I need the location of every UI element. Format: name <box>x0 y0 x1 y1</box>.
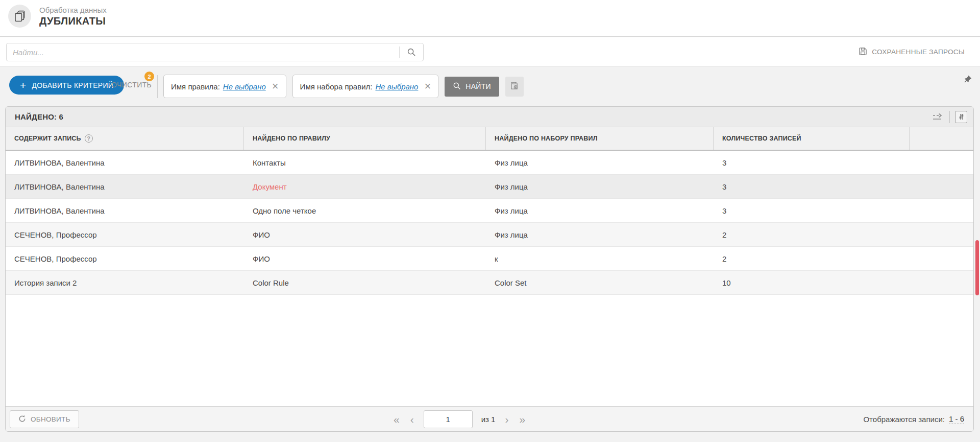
find-button[interactable]: НАЙТИ <box>445 77 499 97</box>
cell-count: 3 <box>714 182 910 191</box>
add-criteria-button[interactable]: + ДОБАВИТЬ КРИТЕРИЙ <box>9 76 124 95</box>
criteria-chip-rule-name[interactable]: Имя правила: Не выбрано × <box>163 75 286 98</box>
search-box <box>6 43 424 61</box>
column-header-label: НАЙДЕНО ПО НАБОРУ ПРАВИЛ <box>495 135 598 142</box>
criteria-chips-row: Имя правила: Не выбрано × Имя набора пра… <box>163 75 524 98</box>
criteria-count-badge: 2 <box>144 72 154 81</box>
refresh-label: ОБНОВИТЬ <box>31 415 70 423</box>
vertical-scrollbar-thumb[interactable] <box>975 240 979 295</box>
chip-label: Имя набора правил: <box>300 82 373 91</box>
table-header-row: СОДЕРЖИТ ЗАПИСЬ ? НАЙДЕНО ПО ПРАВИЛУ НАЙ… <box>6 127 973 151</box>
table-row[interactable]: ЛИТВИНОВА, ВалентинаОдно поле четкоеФиз … <box>6 199 973 223</box>
close-icon[interactable]: × <box>424 81 431 92</box>
page-title: ДУБЛИКАТЫ <box>39 15 106 27</box>
refresh-icon <box>18 415 26 424</box>
showing-range-link[interactable]: 1 - 6 <box>949 414 964 424</box>
showing-label: Отображаются записи: <box>863 415 945 424</box>
saved-queries-label: СОХРАНЕННЫЕ ЗАПРОСЫ <box>872 48 965 56</box>
divider <box>949 111 950 123</box>
cell-record: СЕЧЕНОВ, Профессор <box>6 254 244 263</box>
cell-record: История записи 2 <box>6 278 244 287</box>
plus-icon: + <box>20 80 27 90</box>
filter-criteria-panel: + ДОБАВИТЬ КРИТЕРИЙ ОЧИСТИТЬ 2 Имя прави… <box>0 66 980 106</box>
cell-ruleset: Физ лица <box>486 230 714 239</box>
cell-ruleset: Физ лица <box>486 158 714 167</box>
column-header-rule[interactable]: НАЙДЕНО ПО ПРАВИЛУ <box>244 127 486 150</box>
search-row: СОХРАНЕННЫЕ ЗАПРОСЫ <box>0 37 980 66</box>
refresh-button[interactable]: ОБНОВИТЬ <box>10 410 79 428</box>
column-header-label: НАЙДЕНО ПО ПРАВИЛУ <box>253 135 330 142</box>
cell-count: 2 <box>714 254 910 263</box>
help-icon[interactable]: ? <box>85 134 93 143</box>
cell-ruleset: Физ лица <box>486 206 714 215</box>
cell-count: 10 <box>714 278 910 287</box>
table-row[interactable]: СЕЧЕНОВ, ПрофессорФИОк2 <box>6 247 973 271</box>
cell-ruleset: Физ лица <box>486 182 714 191</box>
add-criteria-label: ДОБАВИТЬ КРИТЕРИЙ <box>32 81 114 89</box>
column-header-record[interactable]: СОДЕРЖИТ ЗАПИСЬ ? <box>6 127 244 150</box>
saved-queries-button[interactable]: СОХРАНЕННЫЕ ЗАПРОСЫ <box>859 37 965 66</box>
find-button-label: НАЙТИ <box>465 82 491 90</box>
table-row[interactable]: СЕЧЕНОВ, ПрофессорФИОФиз лица2 <box>6 223 973 247</box>
results-header-bar: НАЙДЕНО: 6 <box>6 107 973 127</box>
first-page-button[interactable]: « <box>393 414 401 425</box>
breadcrumb-section: Обработка данных <box>39 6 107 14</box>
results-header-icons <box>932 111 967 123</box>
cell-count: 3 <box>714 206 910 215</box>
cell-count: 2 <box>714 230 910 239</box>
column-header-label: КОЛИЧЕСТВО ЗАПИСЕЙ <box>722 135 801 142</box>
cell-ruleset: к <box>486 254 714 263</box>
prev-page-button[interactable]: ‹ <box>409 414 415 425</box>
chip-label: Имя правила: <box>171 82 220 91</box>
chip-value-link[interactable]: Не выбрано <box>223 82 266 91</box>
cell-ruleset: Color Set <box>486 278 714 287</box>
table-row[interactable]: История записи 2Color RuleColor Set10 <box>6 271 973 295</box>
cell-record: СЕЧЕНОВ, Профессор <box>6 230 244 239</box>
chip-value-link[interactable]: Не выбрано <box>375 82 418 91</box>
search-icon[interactable] <box>400 43 423 61</box>
showing-records: Отображаются записи: 1 - 6 <box>863 407 964 432</box>
cell-rule: Контакты <box>244 158 486 167</box>
column-header-label: СОДЕРЖИТ ЗАПИСЬ <box>14 135 81 142</box>
scroll-mode-icon[interactable] <box>932 113 944 121</box>
page-of-label: из 1 <box>481 415 496 424</box>
close-icon[interactable]: × <box>272 81 279 92</box>
save-filter-icon <box>510 81 519 91</box>
results-footer-bar: ОБНОВИТЬ « ‹ из 1 › » Отображаются запис… <box>6 406 973 431</box>
cell-rule: ФИО <box>244 230 486 239</box>
found-count-label: НАЙДЕНО: 6 <box>15 112 63 121</box>
column-header-ruleset[interactable]: НАЙДЕНО ПО НАБОРУ ПРАВИЛ <box>486 127 714 150</box>
column-header-spacer <box>910 127 973 150</box>
column-header-count[interactable]: КОЛИЧЕСТВО ЗАПИСЕЙ <box>714 127 910 150</box>
last-page-button[interactable]: » <box>518 414 526 425</box>
cell-rule: ФИО <box>244 254 486 263</box>
pagination: « ‹ из 1 › » <box>393 407 526 432</box>
column-settings-icon[interactable] <box>955 111 967 123</box>
criteria-chip-ruleset-name[interactable]: Имя набора правил: Не выбрано × <box>292 75 439 98</box>
cell-rule: Документ <box>244 182 486 191</box>
page-number-input[interactable] <box>424 410 473 428</box>
clear-criteria-button[interactable]: ОЧИСТИТЬ <box>111 81 152 89</box>
results-panel: НАЙДЕНО: 6 <box>5 106 974 432</box>
table-row[interactable]: ЛИТВИНОВА, ВалентинаКонтактыФиз лица3 <box>6 151 973 175</box>
cell-record: ЛИТВИНОВА, Валентина <box>6 206 244 215</box>
table-body: ЛИТВИНОВА, ВалентинаКонтактыФиз лица3ЛИТ… <box>6 151 973 295</box>
cell-record: ЛИТВИНОВА, Валентина <box>6 182 244 191</box>
app-header: Обработка данных ДУБЛИКАТЫ <box>0 0 980 37</box>
cell-rule: Color Rule <box>244 278 486 287</box>
saved-queries-icon <box>859 47 867 57</box>
search-input[interactable] <box>7 43 399 61</box>
cell-record: ЛИТВИНОВА, Валентина <box>6 158 244 167</box>
divider <box>157 75 158 98</box>
cell-rule: Одно поле четкое <box>244 206 486 215</box>
search-icon <box>453 82 461 91</box>
save-filter-button[interactable] <box>505 77 524 97</box>
cell-count: 3 <box>714 158 910 167</box>
table-row[interactable]: ЛИТВИНОВА, ВалентинаДокументФиз лица3 <box>6 175 973 199</box>
documents-stack-icon <box>8 5 31 28</box>
next-page-button[interactable]: › <box>504 414 509 425</box>
pin-icon[interactable] <box>964 75 972 85</box>
